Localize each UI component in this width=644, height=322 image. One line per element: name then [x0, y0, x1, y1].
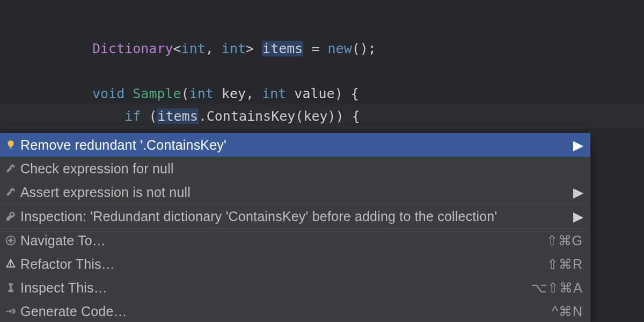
token-punct: ))	[328, 108, 344, 124]
token-keyword: int	[189, 86, 214, 101]
hammer-icon	[4, 162, 17, 175]
token-punct: >	[246, 41, 262, 56]
menu-item-shortcut: ⇧⌘R	[547, 258, 583, 271]
menu-item-label: Remove redundant '.ContainsKey'	[20, 138, 573, 152]
menu-item-shortcut: ⇧⌘G	[546, 234, 583, 247]
token-punct: =	[303, 41, 327, 56]
menu-item-shortcut: ⌥⇧⌘A	[531, 281, 583, 295]
token-identifier: items	[157, 108, 198, 124]
menu-item[interactable]: Inspect This…⌥⇧⌘A	[0, 276, 590, 299]
prism-icon	[4, 258, 17, 270]
menu-item-label: Navigate To…	[20, 234, 546, 247]
token-identifier: items	[262, 41, 303, 56]
menu-item[interactable]: Assert expression is not null▶	[0, 180, 590, 204]
token-punct: ) {	[335, 86, 359, 101]
menu-group: Inspection: 'Redundant dictionary 'Conta…	[0, 204, 590, 228]
token-keyword: int	[222, 41, 246, 56]
token-keyword: int	[181, 41, 206, 56]
menu-item-shortcut: ^⌘N	[552, 305, 583, 318]
hammer-icon	[4, 186, 17, 199]
code-line[interactable]: void Sample(int key, int value) {	[0, 83, 644, 105]
token-punct: .	[199, 108, 207, 124]
token-keyword: new	[328, 41, 352, 56]
menu-item-label: Generate Code…	[20, 305, 552, 318]
token-keyword: void	[92, 86, 125, 101]
menu-group: Remove redundant '.ContainsKey'▶Check ex…	[0, 133, 590, 204]
menu-item-label: Assert expression is not null	[20, 186, 573, 199]
menu-item[interactable]: Inspection: 'Redundant dictionary 'Conta…	[0, 204, 590, 228]
token-punct: <	[173, 41, 181, 56]
token-keyword: int	[262, 86, 286, 101]
menu-item[interactable]: Refactor This…⇧⌘R	[0, 252, 590, 276]
token-punct: (	[181, 86, 189, 101]
token-method: ContainsKey	[207, 108, 296, 124]
menu-item[interactable]: Navigate To…⇧⌘G	[0, 229, 590, 252]
code-line-highlighted[interactable]: if (items.ContainsKey(key)) {	[0, 105, 644, 128]
token-identifier: value	[294, 86, 334, 101]
token-punct: (	[141, 108, 157, 124]
menu-item[interactable]: Generate Code…^⌘N	[0, 299, 590, 322]
menu-item-label: Inspection: 'Redundant dictionary 'Conta…	[20, 210, 573, 223]
inspect-icon	[4, 281, 17, 294]
code-line[interactable]: Dictionary<int, int> items = new();	[0, 38, 644, 60]
menu-item-label: Check expression for null	[20, 162, 583, 175]
menu-item-label: Inspect This…	[20, 281, 531, 295]
code-editor[interactable]: Dictionary<int, int> items = new(); void…	[0, 0, 644, 128]
token-punct: ,	[206, 41, 222, 56]
chevron-right-icon: ▶	[573, 138, 583, 152]
token-identifier: key	[222, 86, 246, 101]
token-keyword: if	[125, 108, 141, 124]
menu-item-label: Refactor This…	[20, 258, 547, 271]
token-type: Dictionary	[92, 41, 173, 56]
token-punct: {	[344, 108, 360, 124]
compass-icon	[4, 234, 17, 247]
menu-item[interactable]: Check expression for null	[0, 157, 590, 180]
token-punct: (	[295, 108, 303, 124]
token-method-name: Sample	[133, 86, 181, 101]
generate-icon	[4, 305, 17, 318]
chevron-right-icon: ▶	[573, 186, 583, 199]
code-blank-line	[0, 60, 644, 83]
menu-item[interactable]: Remove redundant '.ContainsKey'▶	[0, 133, 590, 157]
wrench-icon	[4, 210, 17, 223]
token-identifier: key	[303, 108, 327, 124]
menu-group: Navigate To…⇧⌘GRefactor This…⇧⌘RInspect …	[0, 228, 590, 322]
token-punct: ,	[246, 86, 262, 101]
lightbulb-icon	[4, 138, 17, 151]
context-actions-popup[interactable]: Remove redundant '.ContainsKey'▶Check ex…	[0, 133, 590, 322]
chevron-right-icon: ▶	[573, 210, 583, 223]
token-punct: ();	[352, 41, 376, 56]
